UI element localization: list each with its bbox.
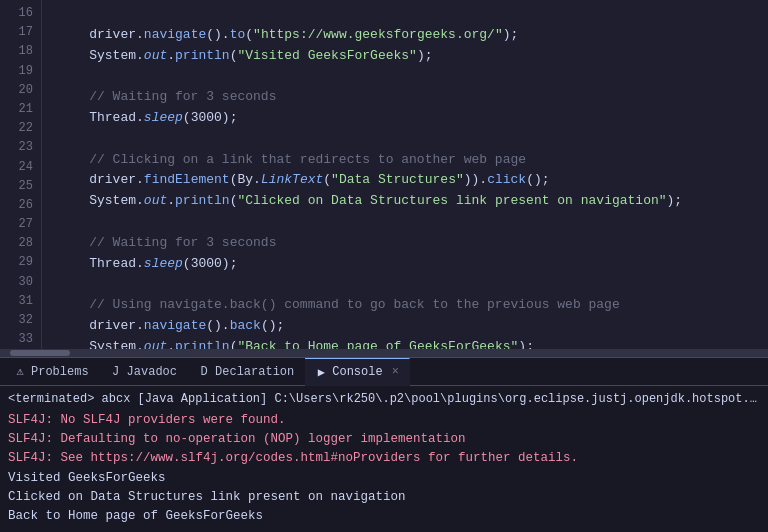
code-line (58, 66, 768, 87)
line-number: 17 (4, 23, 33, 42)
console-line: SLF4J: Defaulting to no-operation (NOP) … (8, 430, 760, 449)
line-number: 24 (4, 158, 33, 177)
code-line: // Using navigate.back() command to go b… (58, 295, 768, 316)
code-line (58, 129, 768, 150)
code-line: driver.findElement(By.LinkText("Data Str… (58, 170, 768, 191)
line-number: 25 (4, 177, 33, 196)
line-number: 23 (4, 138, 33, 157)
declaration-tab-icon: D (198, 366, 210, 378)
line-number: 22 (4, 119, 33, 138)
line-number: 20 (4, 81, 33, 100)
panel-tabs: ⚠ProblemsJJavadocDDeclaration▶Console× (0, 358, 768, 386)
code-line (58, 274, 768, 295)
line-numbers: 1617181920212223242526272829303132333435 (0, 0, 42, 349)
code-line: System.out.println("Visited GeeksForGeek… (58, 46, 768, 67)
code-line: driver.navigate().back(); (58, 316, 768, 337)
line-number: 32 (4, 311, 33, 330)
scroll-thumb[interactable] (10, 350, 70, 356)
console-tab-icon: ▶ (315, 366, 327, 378)
console-line: Clicked on Data Structures link present … (8, 488, 760, 507)
code-line: // Waiting for 3 seconds (58, 233, 768, 254)
declaration-tab-label: Declaration (215, 365, 294, 379)
line-number: 16 (4, 4, 33, 23)
code-line: // Waiting for 3 seconds (58, 87, 768, 108)
line-number: 21 (4, 100, 33, 119)
line-number: 33 (4, 330, 33, 349)
line-number: 26 (4, 196, 33, 215)
code-line: System.out.println("Back to Home page of… (58, 337, 768, 349)
code-line: Thread.sleep(3000); (58, 254, 768, 275)
console-line: Visited GeeksForGeeks (8, 469, 760, 488)
code-line: System.out.println("Clicked on Data Stru… (58, 191, 768, 212)
bottom-panel: ⚠ProblemsJJavadocDDeclaration▶Console× <… (0, 357, 768, 532)
panel-content: <terminated> abcx [Java Application] C:\… (0, 386, 768, 532)
code-line: driver.navigate().to("https://www.geeksf… (58, 25, 768, 46)
code-line: // Clicking on a link that redirects to … (58, 150, 768, 171)
panel-tab-declaration[interactable]: DDeclaration (188, 358, 305, 386)
panel-tab-problems[interactable]: ⚠Problems (4, 358, 100, 386)
line-number: 28 (4, 234, 33, 253)
code-line (58, 4, 768, 25)
problems-tab-icon: ⚠ (14, 366, 26, 378)
horizontal-scrollbar[interactable] (0, 349, 768, 357)
code-content[interactable]: driver.navigate().to("https://www.geeksf… (42, 0, 768, 349)
line-number: 18 (4, 42, 33, 61)
panel-tab-javadoc[interactable]: JJavadoc (100, 358, 188, 386)
console-line: SLF4J: No SLF4J providers were found. (8, 411, 760, 430)
javadoc-tab-icon: J (110, 366, 122, 378)
line-number: 31 (4, 292, 33, 311)
panel-tab-console[interactable]: ▶Console× (305, 358, 410, 386)
javadoc-tab-label: Javadoc (127, 365, 177, 379)
console-tab-close[interactable]: × (392, 365, 399, 379)
line-number: 29 (4, 253, 33, 272)
problems-tab-label: Problems (31, 365, 89, 379)
line-number: 27 (4, 215, 33, 234)
code-line (58, 212, 768, 233)
console-tab-label: Console (332, 365, 382, 379)
editor-area: 1617181920212223242526272829303132333435… (0, 0, 768, 357)
line-number: 30 (4, 273, 33, 292)
console-line: Back to Home page of GeeksForGeeks (8, 507, 760, 526)
code-container: 1617181920212223242526272829303132333435… (0, 0, 768, 349)
line-number: 19 (4, 62, 33, 81)
code-line: Thread.sleep(3000); (58, 108, 768, 129)
terminated-line: <terminated> abcx [Java Application] C:\… (8, 390, 760, 409)
console-line: SLF4J: See https://www.slf4j.org/codes.h… (8, 449, 760, 468)
